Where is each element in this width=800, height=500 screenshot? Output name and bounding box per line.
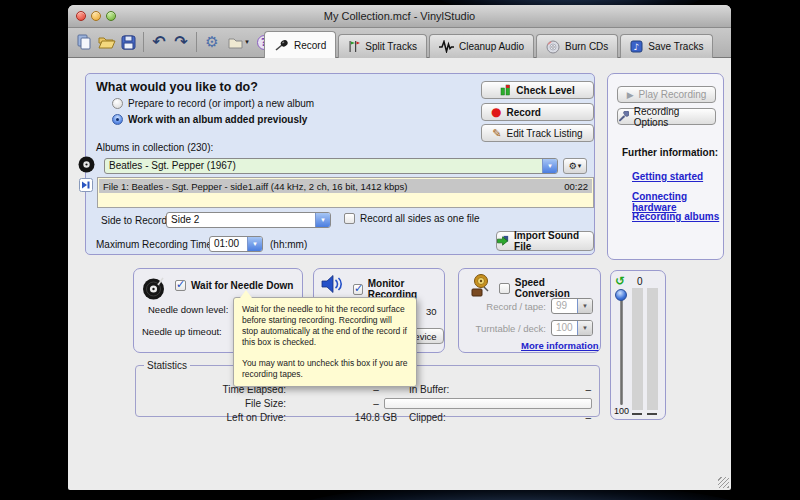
turntable-deck-combobox[interactable]: 100 ▼ <box>551 320 593 336</box>
side-to-record-combobox[interactable]: Side 2 ▼ <box>166 212 331 228</box>
speed-conversion-checkbox[interactable]: Speed Conversion <box>499 277 600 299</box>
more-information-link[interactable]: More information <box>521 340 599 351</box>
tooltip-paragraph-1: Wait for the needle to hit the record su… <box>242 304 408 348</box>
minimize-button[interactable] <box>91 11 101 21</box>
tab-label: Record <box>294 40 326 51</box>
tab-burn-cds[interactable]: Burn CDs <box>536 34 618 58</box>
needle-up-timeout-label: Needle up timeout: <box>142 326 222 337</box>
page-title: What would you like to do? <box>96 80 258 94</box>
tab-save-tracks[interactable]: ♪ Save Tracks <box>620 34 713 58</box>
settings-button[interactable]: ⚙ <box>201 31 223 53</box>
radio-button[interactable] <box>112 98 123 109</box>
album-actions-button[interactable]: ⚙▾ <box>563 158 587 174</box>
time-value: 01:00 <box>210 237 247 251</box>
redo-button[interactable]: ↷ <box>170 31 192 53</box>
max-recording-time-combobox[interactable]: 01:00 ▼ <box>209 236 263 252</box>
app-window: My Collection.mcf - VinylStudio <box>68 5 731 490</box>
close-button[interactable] <box>76 11 86 21</box>
toolbar-separator <box>196 32 197 52</box>
tab-label: Save Tracks <box>648 41 703 52</box>
open-button[interactable] <box>95 31 117 53</box>
open-folder-icon <box>97 33 116 51</box>
tab-label: Cleanup Audio <box>459 41 524 52</box>
level-slider-track[interactable] <box>620 295 623 405</box>
vinyl-record-icon <box>142 276 167 301</box>
resize-grip[interactable] <box>718 477 729 488</box>
record-all-sides-checkbox[interactable]: Record all sides as one file <box>344 213 480 224</box>
link-connecting-hardware[interactable]: Connecting hardware <box>632 191 723 213</box>
time-format-hint: (hh:mm) <box>270 239 307 250</box>
recorded-files-list[interactable]: File 1: Beatles - Sgt. Pepper - side1.ai… <box>97 177 594 208</box>
folder-icon <box>227 35 244 50</box>
recording-options-button[interactable]: Recording Options <box>617 108 716 125</box>
new-document-icon <box>75 33 93 51</box>
checkbox[interactable]: ✓ <box>175 280 186 291</box>
left-on-drive-value: 140.8 GB <box>346 412 406 423</box>
link-recording-albums[interactable]: Recording albums <box>632 211 719 222</box>
toolbar-separator <box>143 32 144 52</box>
speed-conversion-panel: Speed Conversion Record / tape: 99 ▼ Tur… <box>458 268 601 353</box>
chevron-down-icon[interactable]: ▼ <box>247 237 262 251</box>
edit-track-listing-button[interactable]: ✎ Edit Track Listing <box>481 124 594 142</box>
max-recording-time-label: Maximum Recording Time: <box>96 239 215 250</box>
gramophone-icon <box>468 273 492 299</box>
svg-text:♪: ♪ <box>634 42 640 52</box>
check-icon: ✓ <box>354 282 363 295</box>
reset-level-icon[interactable]: ↺ <box>615 274 625 288</box>
radio-label: Work with an album added previously <box>128 114 307 125</box>
undo-button[interactable]: ↶ <box>148 31 170 53</box>
statistics-legend: Statistics <box>144 360 190 371</box>
check-level-button[interactable]: Check Level <box>481 81 594 99</box>
cd-icon <box>546 40 560 54</box>
meter-dash-right <box>647 413 657 415</box>
checkbox[interactable] <box>499 283 510 294</box>
tab-record[interactable]: Record <box>264 31 336 58</box>
radio-existing-album[interactable]: Work with an album added previously <box>112 114 307 125</box>
meter-dash-left <box>632 413 642 415</box>
record-dot-icon: ● <box>491 107 501 117</box>
tab-cleanup-audio[interactable]: Cleanup Audio <box>429 34 534 58</box>
level-top-value: 0 <box>637 276 643 287</box>
chevron-down-icon[interactable]: ▼ <box>315 213 330 227</box>
toolbar: ↶ ↷ ⚙ ▾ ? Record <box>68 28 731 58</box>
chevron-down-icon: ▾ <box>245 38 249 46</box>
meter-bar-right <box>647 288 658 410</box>
zoom-button[interactable] <box>106 11 116 21</box>
needle-down-level-label: Needle down level: <box>148 304 228 315</box>
album-folder-button[interactable]: ▾ <box>223 31 253 53</box>
chevron-down-icon: ▼ <box>577 321 592 335</box>
waveform-icon <box>439 40 454 53</box>
tab-label: Split Tracks <box>365 41 417 52</box>
record-button[interactable]: ● Record <box>481 103 594 121</box>
level-meter-icon <box>500 84 511 96</box>
save-button[interactable] <box>117 31 139 53</box>
vinyl-disc-icon <box>78 156 95 173</box>
turntable-deck-value: 100 <box>552 321 577 335</box>
radio-new-album[interactable]: Prepare to record (or import) a new albu… <box>112 98 314 109</box>
file-row-selected[interactable]: File 1: Beatles - Sgt. Pepper - side1.ai… <box>99 179 592 193</box>
new-collection-button[interactable] <box>73 31 95 53</box>
tooltip-paragraph-2: You may want to uncheck this box if you … <box>242 358 408 380</box>
radio-button[interactable] <box>112 114 123 125</box>
in-buffer-value: – <box>576 384 591 395</box>
buffer-progress-bar <box>384 398 592 409</box>
chevron-down-icon[interactable]: ▼ <box>542 159 557 173</box>
record-tape-combobox[interactable]: 99 ▼ <box>551 298 593 314</box>
tab-label: Burn CDs <box>565 41 608 52</box>
tab-split-tracks[interactable]: Split Tracks <box>338 34 427 58</box>
titlebar: My Collection.mcf - VinylStudio <box>68 5 731 28</box>
turntable-deck-label: Turntable / deck: <box>459 323 546 334</box>
wait-for-needle-checkbox[interactable]: ✓ Wait for Needle Down <box>175 280 293 291</box>
level-slider-knob[interactable] <box>615 289 627 301</box>
import-sound-file-button[interactable]: Import Sound File <box>496 231 594 251</box>
button-label: Record <box>506 107 540 118</box>
file-description: File 1: Beatles - Sgt. Pepper - side1.ai… <box>103 181 408 192</box>
link-getting-started[interactable]: Getting started <box>632 171 703 182</box>
record-main-panel: What would you like to do? Prepare to re… <box>85 73 595 255</box>
play-recording-button[interactable]: ▶ Play Recording <box>617 86 716 103</box>
checkbox[interactable] <box>344 213 355 224</box>
album-combobox[interactable]: Beatles - Sgt. Pepper (1967) ▼ <box>104 158 558 174</box>
checkbox[interactable]: ✓ <box>353 284 363 295</box>
clipped-value: – <box>576 412 591 423</box>
albums-in-collection-label: Albums in collection (230): <box>96 142 213 153</box>
